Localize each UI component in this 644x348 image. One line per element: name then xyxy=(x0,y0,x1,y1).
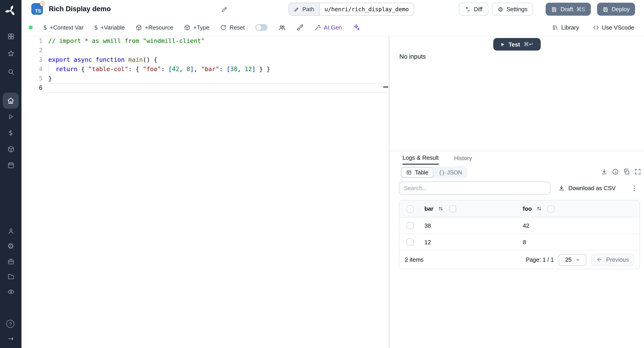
runtime-bun-badge xyxy=(40,1,45,6)
star-icon[interactable] xyxy=(7,49,15,57)
row-checkbox[interactable] xyxy=(406,238,414,246)
line-number: 3 xyxy=(22,55,46,64)
sort-icon[interactable] xyxy=(438,206,444,212)
folder-icon[interactable] xyxy=(7,272,15,280)
path-value[interactable]: u/henri/rich_display_demo xyxy=(320,3,414,15)
play-icon xyxy=(500,42,505,47)
apps-grid-icon[interactable] xyxy=(7,32,15,40)
deploy-button[interactable]: Deploy xyxy=(597,3,635,16)
result-table-body: 3842128 xyxy=(399,218,640,250)
gear-icon[interactable]: ⚙ xyxy=(7,242,15,250)
editor-gutter: 123456 xyxy=(22,36,46,92)
add-resource-button[interactable]: +Resource xyxy=(136,24,173,31)
user-icon[interactable] xyxy=(7,227,15,235)
sidebar-item-home[interactable] xyxy=(3,92,19,109)
column-header-bar[interactable]: bar xyxy=(424,205,433,212)
library-icon xyxy=(552,24,558,31)
column-checkbox[interactable] xyxy=(548,205,554,212)
expand-icon[interactable] xyxy=(634,168,641,175)
view-toggle: Table {} JSON xyxy=(400,166,467,178)
briefcase-icon[interactable] xyxy=(7,257,15,265)
kebab-menu-icon[interactable]: ⋮ xyxy=(631,184,638,192)
row-checkbox[interactable] xyxy=(406,222,414,229)
info-icon[interactable] xyxy=(612,168,619,175)
test-button[interactable]: Test ⌘↵ xyxy=(493,38,540,50)
line-number: 5 xyxy=(22,74,46,83)
save-draft-icon xyxy=(551,6,558,12)
vscode-icon xyxy=(592,24,599,31)
path-label-segment[interactable]: Path xyxy=(289,3,320,15)
line-number: 2 xyxy=(22,46,46,55)
code-editor[interactable]: 123456 // import * as wmill from "windmi… xyxy=(22,36,389,348)
overview-ruler-cursor-mark xyxy=(383,86,388,88)
home-icon xyxy=(7,96,15,105)
status-dot xyxy=(28,25,33,29)
select-all-checkbox[interactable] xyxy=(406,205,414,212)
reset-button[interactable]: Reset xyxy=(220,24,245,31)
previous-page-button[interactable]: Previous xyxy=(592,254,634,266)
sidebar: $ ⚙ ? → xyxy=(0,0,22,348)
diff-button[interactable]: Diff xyxy=(459,3,488,16)
code-line xyxy=(46,83,389,92)
items-count: 2 items xyxy=(405,256,424,263)
tab-history[interactable]: History xyxy=(454,151,472,164)
eye-icon[interactable] xyxy=(7,288,15,296)
view-table-button[interactable]: Table xyxy=(401,167,433,178)
right-panel: Test ⌘↵ No inputs Logs & Result History … xyxy=(390,36,644,348)
code-line: } xyxy=(46,74,389,83)
search-icon[interactable] xyxy=(7,68,15,76)
editor-code[interactable]: // import * as wmill from "windmill-clie… xyxy=(46,36,389,92)
calendar-schedules-icon[interactable] xyxy=(7,161,15,169)
app-root: $ ⚙ ? → TS xyxy=(0,0,644,348)
cell-foo: 42 xyxy=(519,222,640,229)
windmill-logo[interactable] xyxy=(4,4,18,18)
diff-mode-toggle[interactable] xyxy=(255,24,268,31)
play-runs-icon[interactable] xyxy=(7,113,15,121)
dollar-icon: $ xyxy=(94,24,98,31)
cell-foo: 8 xyxy=(519,239,640,245)
sort-icon[interactable] xyxy=(536,206,542,212)
dollar-variables-icon[interactable]: $ xyxy=(7,129,15,137)
collapse-arrow-icon[interactable]: → xyxy=(7,334,15,343)
table-row[interactable]: 3842 xyxy=(399,218,640,234)
cube-icon xyxy=(136,24,142,31)
add-variable-button[interactable]: $ +Variable xyxy=(94,24,125,31)
code-line: // import * as wmill from "windmill-clie… xyxy=(46,36,389,46)
cube-icon xyxy=(184,24,191,31)
page-size-select[interactable]: 25 xyxy=(559,254,586,266)
view-json-button[interactable]: {} JSON xyxy=(434,167,466,178)
help-icon[interactable]: ? xyxy=(6,320,14,328)
edit-title-pencil-icon[interactable] xyxy=(221,6,228,13)
library-button[interactable]: Library xyxy=(552,24,579,31)
header: TS Rich Display demo Path u/henri/rich_d… xyxy=(22,0,644,18)
cube-resources-icon[interactable] xyxy=(7,145,15,153)
table-row[interactable]: 128 xyxy=(399,234,640,250)
format-brush-icon[interactable] xyxy=(296,24,304,31)
gear-icon: ⚙ xyxy=(498,6,503,13)
multiplayer-users-icon[interactable] xyxy=(278,24,286,31)
code-line: return { "table-col": { "foo": [42, 8], … xyxy=(46,64,389,74)
column-header-foo[interactable]: foo xyxy=(523,205,532,212)
column-checkbox[interactable] xyxy=(449,205,456,212)
arrow-left-icon xyxy=(597,257,603,262)
page-title: Rich Display demo xyxy=(49,5,111,13)
search-input[interactable] xyxy=(399,182,550,194)
dollar-icon: $ xyxy=(44,24,47,31)
tab-logs-result[interactable]: Logs & Result xyxy=(402,151,439,164)
use-vscode-button[interactable]: Use VScode xyxy=(592,24,634,31)
editor-toolbar: $ +Context Var $ +Variable +Resource +Ty… xyxy=(22,18,644,36)
path-control[interactable]: Path u/henri/rich_display_demo xyxy=(288,3,414,16)
deploy-save-icon xyxy=(602,6,608,12)
download-result-icon[interactable] xyxy=(600,168,608,175)
settings-button[interactable]: ⚙ Settings xyxy=(492,3,533,16)
draft-button[interactable]: Draft ⌘S xyxy=(546,3,590,16)
copy-icon[interactable] xyxy=(623,168,630,175)
add-context-var-button[interactable]: $ +Context Var xyxy=(44,24,84,31)
add-type-button[interactable]: +Type xyxy=(184,24,210,31)
download-csv-button[interactable]: Download as CSV xyxy=(558,185,616,192)
line-number: 6 xyxy=(22,83,46,92)
sparkles-icon[interactable] xyxy=(353,24,360,31)
ai-gen-button[interactable]: AI Gen xyxy=(314,24,342,31)
magic-wand-icon xyxy=(314,24,321,31)
code-line: export async function main() { xyxy=(46,55,389,64)
